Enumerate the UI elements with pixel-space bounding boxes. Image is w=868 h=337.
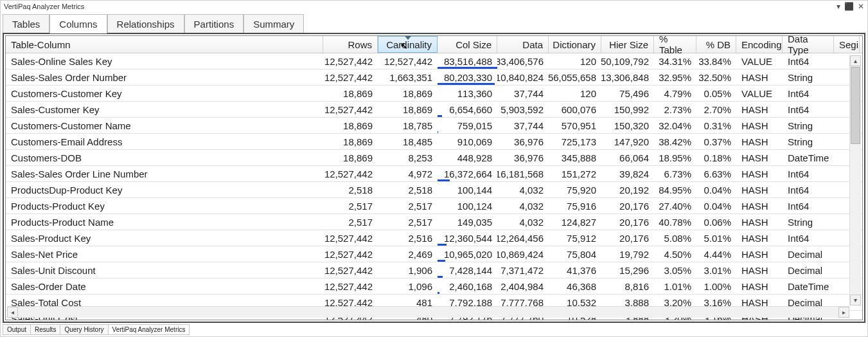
scroll-left-button[interactable]: ◂	[7, 307, 18, 318]
cell: 2,517	[378, 198, 438, 214]
databar	[438, 276, 443, 278]
cell: 2,404,984	[497, 278, 549, 294]
table-row[interactable]: Sales-Online Sales Key12,527,44212,527,4…	[6, 53, 862, 69]
cell: 5.01%	[696, 230, 736, 246]
cell: 1,906	[378, 262, 438, 278]
table-row[interactable]: Products-Product Name2,5172,517149,0354,…	[6, 214, 862, 230]
cell: 4,032	[497, 198, 549, 214]
column-header-data[interactable]: Data	[497, 36, 549, 53]
bottom-tab-query-history[interactable]: Query History	[60, 324, 108, 335]
cell: 33,406,576	[497, 53, 549, 69]
databar	[438, 67, 497, 69]
table-row[interactable]: Customers-Customer Key18,86918,869113,36…	[6, 86, 862, 102]
tab-columns[interactable]: Columns	[49, 14, 107, 33]
cell: HASH	[736, 102, 783, 117]
cell: Int64	[783, 182, 834, 197]
tab-tables[interactable]: Tables	[3, 14, 49, 33]
bottom-tabstrip: OutputResultsQuery HistoryVertiPaq Analy…	[3, 323, 865, 335]
cell: Sales-Sales Order Number	[6, 69, 323, 85]
cell: 4,972	[378, 166, 438, 181]
scroll-up-button[interactable]: ▴	[850, 55, 861, 66]
cell: 2,469	[378, 246, 438, 262]
cell: 18,869	[323, 118, 378, 133]
scroll-down-button[interactable]: ▾	[850, 295, 861, 305]
table-row[interactable]: Sales-Order Date12,527,4421,0962,460,168…	[6, 278, 862, 295]
column-header-segi[interactable]: Segi	[834, 36, 860, 53]
databar	[438, 131, 438, 133]
cell: 19,792	[601, 246, 654, 262]
tab-partitions[interactable]: Partitions	[184, 14, 244, 33]
cell: Customers-Email Address	[6, 134, 323, 149]
scroll-right-button[interactable]: ▸	[838, 307, 849, 318]
databar	[438, 292, 439, 294]
column-header-table-column[interactable]: Table-Column	[6, 36, 323, 53]
cell: 56,055,658	[549, 69, 601, 85]
cell: 75,804	[549, 246, 601, 262]
bottom-tab-results[interactable]: Results	[30, 324, 60, 335]
panel-titlebar-controls: ▾ ⬛ ✕	[837, 2, 864, 11]
bottom-tab-vertipaq-analyzer-metrics[interactable]: VertiPaq Analyzer Metrics	[108, 324, 190, 335]
tab-summary[interactable]: Summary	[244, 14, 304, 33]
vertical-scroll-thumb[interactable]	[851, 67, 860, 144]
table-row[interactable]: Sales-Product Key12,527,4422,51612,360,5…	[6, 230, 862, 246]
column-header-rows[interactable]: Rows	[323, 36, 378, 53]
column-header--table[interactable]: % Table	[654, 36, 696, 53]
data-grid: Table-ColumnRowsCardinality↖Col SizeData…	[5, 35, 863, 320]
table-row[interactable]: ProductsDup-Product Key2,5182,518100,144…	[6, 182, 862, 198]
cell: 2,517	[323, 198, 378, 214]
cell: String	[783, 214, 834, 230]
cell: 12,527,442	[323, 166, 378, 181]
column-header-label: % DB	[706, 39, 731, 50]
databar	[438, 179, 450, 181]
cell: HASH	[736, 246, 783, 262]
cell: Int64	[783, 230, 834, 246]
horizontal-scrollbar[interactable]: ◂ ▸	[7, 306, 849, 318]
window-menu-icon[interactable]: ▾	[837, 2, 840, 11]
cell: 16,181,568	[497, 166, 549, 181]
databar	[438, 260, 445, 262]
cell: 12,527,442	[323, 53, 378, 69]
table-row[interactable]: Sales-Customer Key12,527,44218,8696,654,…	[6, 102, 862, 118]
column-header-encoding[interactable]: Encoding	[736, 36, 783, 53]
column-header--db[interactable]: % DB	[696, 36, 736, 53]
cell: 18,869	[323, 86, 378, 101]
cell: 40.78%	[654, 214, 696, 230]
panel-titlebar: VertiPaq Analyzer Metrics ▾ ⬛ ✕	[3, 2, 865, 12]
cell: 34.31%	[654, 53, 696, 69]
cell: HASH	[736, 262, 783, 278]
column-header-dictionary[interactable]: Dictionary	[549, 36, 601, 53]
cell: 1.00%	[696, 278, 736, 294]
close-icon[interactable]: ✕	[858, 2, 864, 11]
cell: 124,827	[549, 214, 601, 230]
tab-relationships[interactable]: Relationships	[107, 14, 184, 33]
table-row[interactable]: Sales-Sales Order Number12,527,4421,663,…	[6, 69, 862, 86]
table-row[interactable]: Customers-Email Address18,86918,485910,0…	[6, 134, 862, 150]
pin-icon[interactable]: ⬛	[844, 2, 854, 11]
cell: Customers-Customer Name	[6, 118, 323, 133]
table-row[interactable]: Customers-Customer Name18,86918,785759,0…	[6, 118, 862, 134]
cell: 41,376	[549, 262, 601, 278]
column-header-label: Table-Column	[11, 39, 71, 50]
cell: 75,912	[549, 230, 601, 246]
cell: 37,744	[497, 86, 549, 101]
table-row[interactable]: Sales-Unit Discount12,527,4421,9067,428,…	[6, 262, 862, 278]
column-header-hier-size[interactable]: Hier Size	[601, 36, 654, 53]
vertical-scrollbar[interactable]: ▴ ▾	[849, 55, 861, 305]
cell: 20,192	[601, 182, 654, 197]
column-header-col-size[interactable]: Col Size	[438, 36, 497, 53]
table-row[interactable]: Sales-Net Price12,527,4422,46910,965,020…	[6, 246, 862, 262]
cell: 12,360,544	[438, 230, 497, 246]
cell: 0.31%	[696, 118, 736, 133]
cell: Sales-Online Sales Key	[6, 53, 323, 69]
cell: 18,869	[378, 102, 438, 117]
column-header-cardinality[interactable]: Cardinality↖	[378, 36, 438, 53]
table-row[interactable]: Sales-Sales Order Line Number12,527,4424…	[6, 166, 862, 182]
cell: 10,965,020	[438, 246, 497, 262]
bottom-tab-output[interactable]: Output	[3, 324, 31, 335]
table-row[interactable]: Products-Product Key2,5172,517100,1244,0…	[6, 198, 862, 214]
cell: HASH	[736, 166, 783, 181]
column-header-label: Rows	[348, 39, 372, 50]
cell: 149,035	[438, 214, 497, 230]
table-row[interactable]: Customers-DOB18,8698,253448,92836,976345…	[6, 150, 862, 166]
column-header-data-type[interactable]: Data Type	[783, 36, 834, 53]
